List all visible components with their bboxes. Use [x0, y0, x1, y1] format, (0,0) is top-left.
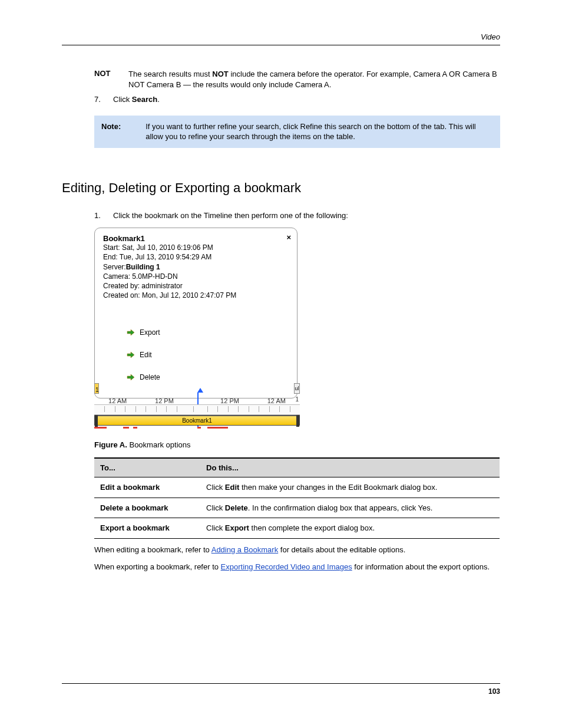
- timeline[interactable]: 1 ul 12 AM 12 PM 12 PM 12 AM 1 Bookmark1: [94, 394, 300, 429]
- boolean-desc-bold: NOT: [212, 70, 228, 78]
- bookmark-server: Server:Building 1: [103, 262, 289, 272]
- figure-caption-label: Figure A.: [94, 440, 129, 449]
- timeline-right-stub: ul: [294, 383, 300, 394]
- playhead-marker-icon[interactable]: [197, 388, 203, 393]
- bookmark-start: Start: Sat, Jul 10, 2010 6:19:06 PM: [103, 243, 289, 252]
- table-row: Export a bookmark Click Export then comp…: [94, 518, 500, 539]
- boolean-operator-row: NOT The search results must NOT include …: [94, 69, 500, 90]
- export-button[interactable]: Export: [127, 328, 289, 337]
- step-7: 7. Click Search.: [94, 94, 500, 105]
- reference-line-2: When exporting a bookmark, refer to Expo…: [62, 562, 500, 572]
- boolean-term: NOT: [94, 69, 128, 78]
- boolean-description: The search results must NOT include the …: [128, 69, 500, 90]
- options-table: To... Do this... Edit a bookmark Click E…: [94, 457, 500, 539]
- reference-line-1: When editing a bookmark, refer to Adding…: [62, 545, 500, 555]
- note-text: If you want to further refine your searc…: [146, 121, 493, 142]
- time-label: 12 AM: [253, 397, 300, 404]
- time-label: 12 AM: [94, 397, 141, 404]
- arrow-right-icon: [127, 328, 135, 337]
- export-label: Export: [140, 328, 160, 337]
- timeline-right-num: 1: [295, 396, 299, 403]
- figure-caption: Figure A. Bookmark options: [62, 440, 500, 450]
- header-section-label: Video: [62, 32, 500, 45]
- table-cell-do: Click Export then complete the export di…: [200, 518, 500, 539]
- table-row: Delete a bookmark Click Delete. In the c…: [94, 498, 500, 518]
- table-cell-do: Click Edit then make your changes in the…: [200, 477, 500, 498]
- step-text: Click Search.: [113, 94, 160, 105]
- bookmark-camera: Camera: 5.0MP-HD-DN: [103, 272, 289, 281]
- boolean-desc-prefix: The search results must: [128, 70, 212, 78]
- server-value: Building 1: [126, 263, 160, 271]
- time-labels: 12 AM 12 PM 12 PM 12 AM 1: [94, 394, 300, 404]
- bookmark-created-by: Created by: administrator: [103, 281, 289, 291]
- header-rule: [62, 45, 500, 45]
- table-cell-to: Edit a bookmark: [94, 477, 200, 498]
- step-text-suffix: .: [157, 95, 160, 104]
- section-title: Editing, Deleting or Exporting a bookmar…: [62, 180, 500, 196]
- step-text: Click the bookmark on the Timeline then …: [113, 210, 348, 221]
- time-label: 12 PM: [141, 397, 187, 404]
- close-icon[interactable]: ×: [286, 233, 291, 242]
- note-box: Note: If you want to further refine your…: [94, 116, 500, 148]
- exporting-video-link[interactable]: Exporting Recorded Video and Images: [221, 562, 352, 571]
- figure-caption-text: Bookmark options: [129, 440, 190, 449]
- note-label: Note:: [101, 121, 121, 142]
- bookmark-end: End: Tue, Jul 13, 2010 9:54:29 AM: [103, 252, 289, 262]
- step-1: 1. Click the bookmark on the Timeline th…: [94, 210, 500, 221]
- page-footer: 103: [62, 683, 500, 696]
- table-cell-do: Click Delete. In the confirmation dialog…: [200, 498, 500, 518]
- bookmark-bar[interactable]: Bookmark1: [94, 415, 300, 426]
- table-cell-to: Delete a bookmark: [94, 498, 200, 518]
- arrow-right-icon: [127, 373, 135, 381]
- table-cell-to: Export a bookmark: [94, 518, 200, 539]
- edit-button[interactable]: Edit: [127, 351, 289, 359]
- table-header-to: To...: [94, 458, 200, 477]
- page-number: 103: [488, 687, 500, 696]
- bookmark-popup: × Bookmark1 Start: Sat, Jul 10, 2010 6:1…: [94, 228, 297, 398]
- edit-label: Edit: [140, 351, 152, 359]
- step-number: 1.: [94, 210, 103, 221]
- time-label: 12 PM: [206, 397, 253, 404]
- step-text-prefix: Click: [113, 95, 132, 104]
- table-header-do: Do this...: [200, 458, 500, 477]
- step-number: 7.: [94, 94, 103, 105]
- timeline-ticks: [94, 404, 300, 415]
- server-label: Server:: [103, 263, 126, 271]
- motion-segments: [94, 427, 300, 429]
- step-text-button: Search: [132, 95, 157, 104]
- bookmark-created-on: Created on: Mon, Jul 12, 2010 2:47:07 PM: [103, 291, 289, 300]
- adding-bookmark-link[interactable]: Adding a Bookmark: [211, 545, 278, 554]
- timeline-left-num: 1: [95, 387, 99, 393]
- bookmark-title: Bookmark1: [103, 234, 289, 243]
- delete-label: Delete: [140, 373, 160, 381]
- arrow-right-icon: [127, 351, 135, 359]
- table-row: Edit a bookmark Click Edit then make you…: [94, 477, 500, 498]
- delete-button[interactable]: Delete: [127, 373, 289, 381]
